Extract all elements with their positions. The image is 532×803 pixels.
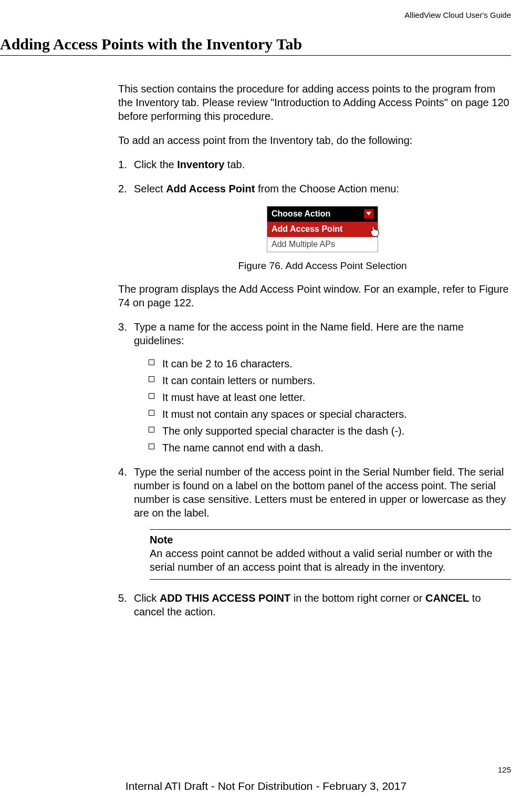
step-5-text-a: Click (134, 592, 160, 604)
step-2: Select Add Access Point from the Choose … (118, 182, 511, 310)
step-1-bold: Inventory (177, 159, 224, 170)
step-2-bold: Add Access Point (166, 183, 255, 194)
step-5-text-c: in the bottom right corner or (290, 592, 425, 604)
step-1-text-c: tab. (224, 159, 245, 170)
step-2-text-c: from the Choose Action menu: (255, 183, 399, 194)
section-title: Adding Access Points with the Inventory … (0, 35, 511, 56)
step-4: Type the serial number of the access poi… (118, 465, 511, 580)
dropdown-item-add-multiple-aps[interactable]: Add Multiple APs (267, 237, 378, 252)
after-figure-paragraph: The program displays the Add Access Poin… (118, 282, 511, 310)
chevron-down-icon[interactable] (364, 209, 373, 219)
step-1-text-a: Click the (134, 159, 177, 170)
dropdown-selected-label: Add Access Point (272, 224, 342, 233)
step-2-text-a: Select (134, 183, 166, 194)
dropdown-item-add-access-point[interactable]: Add Access Point (267, 222, 378, 237)
step-3: Type a name for the access point in the … (118, 320, 511, 455)
figure-caption: Figure 76. Add Access Point Selection (134, 260, 511, 273)
choose-action-dropdown[interactable]: Choose Action Add Access Point (267, 206, 378, 252)
header-doc-title: AlliedView Cloud User's Guide (0, 11, 511, 19)
dropdown-header[interactable]: Choose Action (267, 207, 378, 222)
cursor-hand-icon (369, 225, 380, 240)
guideline-item: The only supported special character is … (149, 424, 511, 438)
step-3-text: Type a name for the access point in the … (134, 321, 464, 346)
guideline-item: It must not contain any spaces or specia… (149, 407, 511, 421)
dropdown-other-label: Add Multiple APs (272, 240, 335, 249)
note-block: Note An access point cannot be added wit… (150, 529, 511, 580)
note-body: An access point cannot be added without … (150, 547, 511, 574)
guideline-item: It can contain letters or numbers. (149, 374, 511, 387)
step-1: Click the Inventory tab. (118, 158, 511, 171)
step-5-bold-1: ADD THIS ACCESS POINT (160, 592, 290, 604)
guideline-item: It must have at least one letter. (149, 390, 511, 404)
dropdown-header-label: Choose Action (272, 209, 330, 220)
footer-text: Internal ATI Draft - Not For Distributio… (0, 780, 532, 792)
guideline-item: The name cannot end with a dash. (149, 441, 511, 455)
note-title: Note (150, 533, 511, 547)
intro-paragraph-2: To add an access point from the Inventor… (118, 133, 511, 147)
step-5: Click ADD THIS ACCESS POINT in the botto… (118, 591, 511, 619)
guideline-item: It can be 2 to 16 characters. (149, 357, 511, 370)
page-number: 125 (498, 765, 511, 774)
step-4-text: Type the serial number of the access poi… (134, 466, 506, 519)
intro-paragraph-1: This section contains the procedure for … (118, 82, 511, 123)
step-5-bold-2: CANCEL (425, 592, 469, 604)
